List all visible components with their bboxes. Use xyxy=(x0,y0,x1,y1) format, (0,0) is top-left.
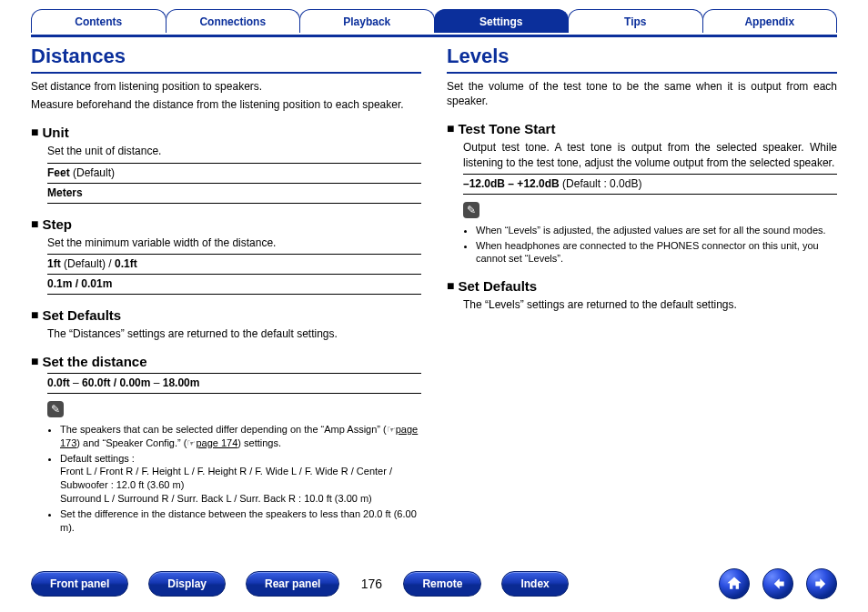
note-text: ) and “Speaker Config.” (☞ xyxy=(76,437,196,448)
desc-step: Set the minimum variable width of the di… xyxy=(47,236,421,250)
note-icon: ✎ xyxy=(47,401,64,417)
note-icon: ✎ xyxy=(463,202,479,218)
desc-set-defaults: The “Levels” settings are returned to th… xyxy=(463,297,837,312)
range-dash: – xyxy=(150,376,162,389)
note-text: The speakers that can be selected differ… xyxy=(60,424,396,435)
top-tabs: Contents Connections Playback Settings T… xyxy=(31,9,837,33)
rule xyxy=(47,203,421,204)
range-b: 60.0ft / 0.00m xyxy=(82,376,150,389)
heading-unit: Unit xyxy=(31,125,421,140)
note-item: Set the difference in the distance betwe… xyxy=(60,507,421,535)
desc-test-tone: Output test tone. A test tone is output … xyxy=(463,140,837,169)
tab-playback[interactable]: Playback xyxy=(299,9,435,33)
rule xyxy=(47,254,421,255)
rule xyxy=(47,183,421,184)
tab-label: Appendix xyxy=(744,15,794,28)
range-row: –12.0dB – +12.0dB (Default : 0.0dB) xyxy=(463,177,837,190)
page-number: 176 xyxy=(339,577,403,591)
option-default-sep: (Default) / xyxy=(61,257,115,270)
tab-label: Settings xyxy=(479,15,522,28)
note-text: ) settings. xyxy=(237,437,281,448)
range-a: 0.0ft xyxy=(47,376,70,389)
notes-list: When “Levels” is adjusted, the adjusted … xyxy=(463,224,837,266)
rule xyxy=(47,163,421,164)
next-button[interactable] xyxy=(806,568,837,599)
heading-step: Step xyxy=(31,216,421,232)
note-text: Front L / Front R / F. Height L / F. Hei… xyxy=(60,466,392,490)
option-row: Feet (Default) xyxy=(47,166,421,179)
section-title-distances: Distances xyxy=(31,43,421,74)
pill-index[interactable]: Index xyxy=(501,571,568,597)
option-default-tag: (Default) xyxy=(70,166,115,179)
pill-front-panel[interactable]: Front panel xyxy=(31,571,128,597)
note-item: Default settings : Front L / Front R / F… xyxy=(60,452,421,506)
heading-set-defaults: Set Defaults xyxy=(447,278,837,294)
note-item: When headphones are connected to the PHO… xyxy=(476,239,837,266)
note-text: Surround L / Surround R / Surr. Back L /… xyxy=(60,493,372,504)
range-c: 18.00m xyxy=(163,376,200,389)
option-feet: Feet xyxy=(47,166,70,179)
col-distances: Distances Set distance from listening po… xyxy=(31,43,421,537)
tab-appendix[interactable]: Appendix xyxy=(702,9,838,33)
range-row: 0.0ft – 60.0ft / 0.00m – 18.00m xyxy=(47,376,421,389)
heading-set-distance: Set the distance xyxy=(31,354,421,369)
note-text: Default settings : xyxy=(60,453,135,464)
section-title-levels: Levels xyxy=(447,43,837,74)
range-default: (Default : 0.0dB) xyxy=(560,177,642,190)
tab-settings[interactable]: Settings xyxy=(434,9,570,33)
tab-contents[interactable]: Contents xyxy=(31,9,167,33)
rule xyxy=(47,393,421,394)
tab-connections[interactable]: Connections xyxy=(166,9,301,33)
rule xyxy=(47,294,421,295)
note-item: The speakers that can be selected differ… xyxy=(60,423,421,450)
tab-underline xyxy=(31,35,837,37)
pill-remote[interactable]: Remote xyxy=(403,571,481,597)
intro-text: Set distance from listening position to … xyxy=(31,79,421,94)
option-row: 1ft (Default) / 0.1ft xyxy=(47,257,421,270)
heading-set-defaults: Set Defaults xyxy=(31,307,421,323)
rule xyxy=(463,174,837,175)
option-row: Meters xyxy=(47,186,421,199)
option-row: 0.1m / 0.01m xyxy=(47,277,421,290)
tab-label: Playback xyxy=(343,15,390,28)
intro-text: Measure beforehand the distance from the… xyxy=(31,97,421,112)
arrow-right-icon xyxy=(812,575,831,593)
desc-unit: Set the unit of distance. xyxy=(47,144,421,158)
footer-nav: Front panel Display Rear panel 176 Remot… xyxy=(31,568,837,599)
tab-tips[interactable]: Tips xyxy=(568,9,703,33)
option-01ft: 0.1ft xyxy=(115,257,137,270)
arrow-left-icon xyxy=(769,575,787,593)
pill-display[interactable]: Display xyxy=(148,571,226,597)
link-page-174[interactable]: page 174 xyxy=(196,437,237,448)
home-button[interactable] xyxy=(719,568,750,599)
option-1ft: 1ft xyxy=(47,257,61,270)
col-levels: Levels Set the volume of the test tone t… xyxy=(447,43,837,537)
prev-button[interactable] xyxy=(762,568,793,599)
note-item: When “Levels” is adjusted, the adjusted … xyxy=(476,224,837,237)
pill-rear-panel[interactable]: Rear panel xyxy=(246,571,339,597)
option-metric: 0.1m / 0.01m xyxy=(47,277,112,290)
rule xyxy=(47,373,421,374)
notes-list: The speakers that can be selected differ… xyxy=(47,423,421,535)
range-dash: – xyxy=(70,376,82,389)
desc-set-defaults: The “Distances” settings are returned to… xyxy=(47,326,421,341)
rule xyxy=(47,274,421,275)
tab-label: Contents xyxy=(75,15,122,28)
home-icon xyxy=(725,575,743,593)
rule xyxy=(463,194,837,195)
intro-text: Set the volume of the test tone to be th… xyxy=(447,79,837,108)
option-meters: Meters xyxy=(47,186,83,199)
range-db: –12.0dB – +12.0dB xyxy=(463,177,560,190)
heading-test-tone: Test Tone Start xyxy=(447,121,837,136)
tab-label: Connections xyxy=(199,15,266,28)
tab-label: Tips xyxy=(624,15,646,28)
